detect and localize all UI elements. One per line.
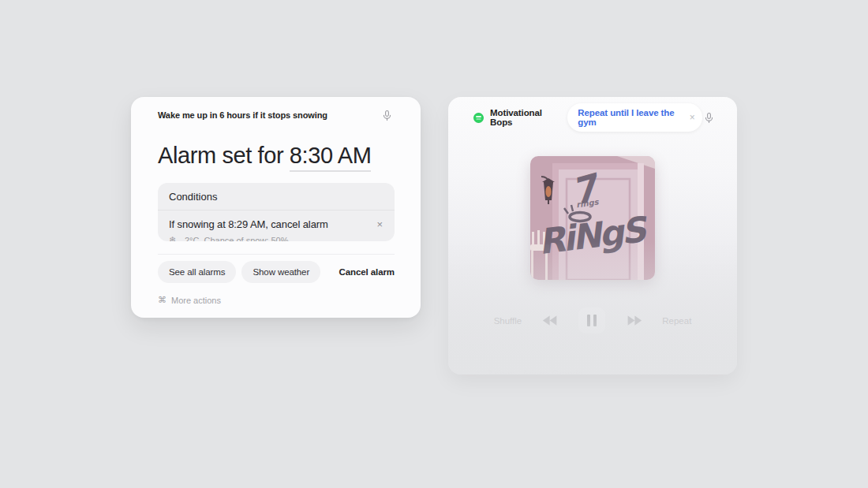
shuffle-button[interactable]: Shuffle xyxy=(494,316,522,326)
user-query-text: Wake me up in 6 hours if it stops snowin… xyxy=(158,110,327,120)
music-player-card: Motivational Bops Repeat until I leave t… xyxy=(448,97,737,374)
alarm-title-prefix: Alarm set for xyxy=(158,143,290,168)
playlist-name: Motivational Bops xyxy=(490,108,559,127)
condition-text: If snowing at 8:29 AM, cancel alarm xyxy=(169,218,328,230)
show-weather-button[interactable]: Show weather xyxy=(241,261,320,283)
album-art: 7 rings RiNgS xyxy=(530,156,655,280)
fast-forward-icon[interactable] xyxy=(624,311,643,330)
pause-button[interactable] xyxy=(578,307,605,333)
condition-item: If snowing at 8:29 AM, cancel alarm × ❄ … xyxy=(158,210,395,241)
chip-close-icon[interactable]: × xyxy=(690,113,695,122)
music-note-icon: ♪ xyxy=(474,370,480,375)
snowflake-icon: ❄ xyxy=(169,235,176,241)
more-actions-button[interactable]: ⌘ More actions xyxy=(158,295,221,305)
alarm-title: Alarm set for 8:30 AM xyxy=(158,143,395,167)
now-playing-row: ♪ 7 rings · Ariana Grande xyxy=(448,369,737,374)
spotify-icon xyxy=(473,113,484,123)
context-chip[interactable]: Repeat until I leave the gym × xyxy=(567,103,702,132)
repeat-button[interactable]: Repeat xyxy=(662,316,691,326)
divider xyxy=(158,254,395,255)
rewind-icon[interactable] xyxy=(541,311,559,330)
alarm-card-header: Wake me up in 6 hours if it stops snowin… xyxy=(158,107,395,123)
condition-weather-detail: -2°C, Chance of snow: 50% xyxy=(181,236,288,241)
player-controls: Shuffle Repeat xyxy=(448,307,737,333)
microphone-icon[interactable] xyxy=(379,107,395,123)
cancel-alarm-button[interactable]: Cancel alarm xyxy=(339,267,395,277)
alarm-card: Wake me up in 6 hours if it stops snowin… xyxy=(131,97,421,318)
see-all-alarms-button[interactable]: See all alarms xyxy=(158,261,236,283)
command-icon: ⌘ xyxy=(158,295,166,305)
microphone-icon[interactable] xyxy=(702,110,716,125)
more-actions-label: More actions xyxy=(171,296,221,305)
track-title: 7 rings · Ariana Grande xyxy=(487,369,583,374)
condition-close-icon[interactable]: × xyxy=(375,219,384,229)
alarm-actions-row: See all alarms Show weather Cancel alarm xyxy=(158,261,395,283)
conditions-panel: Conditions If snowing at 8:29 AM, cancel… xyxy=(158,183,395,241)
conditions-header: Conditions xyxy=(158,183,395,210)
context-chip-label: Repeat until I leave the gym xyxy=(578,108,683,127)
alarm-time: 8:30 AM xyxy=(290,143,372,172)
player-header: Motivational Bops Repeat until I leave t… xyxy=(448,97,737,129)
